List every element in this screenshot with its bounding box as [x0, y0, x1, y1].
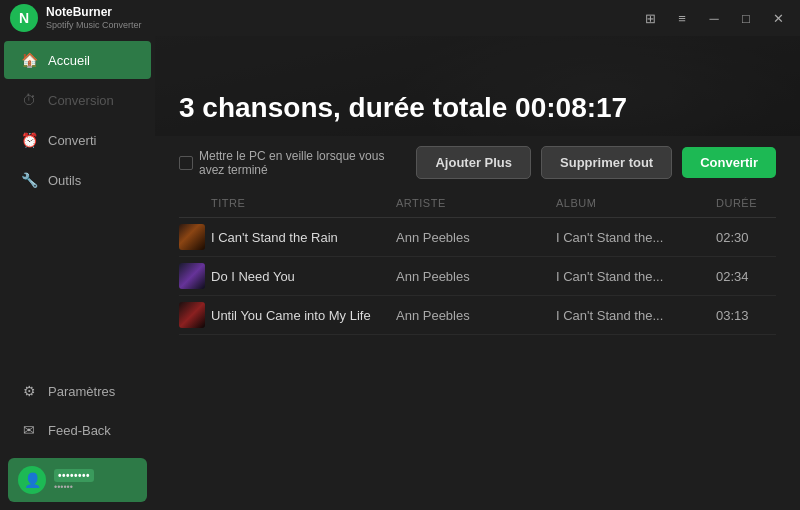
sidebar-label-accueil: Accueil [48, 53, 90, 68]
sidebar-item-accueil[interactable]: 🏠 Accueil [4, 41, 151, 79]
track-duration-2: 02:34 [716, 269, 776, 284]
sleep-label-text: Mettre le PC en veille lorsque vous avez… [199, 149, 406, 177]
track-title-3: Until You Came into My Life [211, 308, 396, 323]
titlebar-left: N NoteBurner Spotify Music Converter [10, 4, 142, 32]
app-logo: N [10, 4, 38, 32]
titlebar: N NoteBurner Spotify Music Converter ⊞ ≡… [0, 0, 800, 36]
history-icon: ⏰ [20, 131, 38, 149]
mail-icon: ✉ [20, 421, 38, 439]
toolbar: Mettre le PC en veille lorsque vous avez… [155, 136, 800, 189]
sidebar-item-converti[interactable]: ⏰ Converti [4, 121, 151, 159]
user-info: •••••••• •••••• [54, 469, 94, 492]
user-block[interactable]: 👤 •••••••• •••••• [8, 458, 147, 502]
track-album-3: I Can't Stand the... [556, 308, 716, 323]
col-header-artiste: ARTISTE [396, 197, 556, 209]
track-thumbnail-3 [179, 302, 205, 328]
content-area: 3 chansons, durée totale 00:08:17 Mettre… [155, 36, 800, 510]
user-sub: •••••• [54, 482, 94, 492]
titlebar-controls: ⊞ ≡ ─ □ ✕ [638, 6, 790, 30]
sidebar-item-conversion: ⏱ Conversion [4, 81, 151, 119]
minimize-button[interactable]: ─ [702, 6, 726, 30]
sidebar-label-feedback: Feed-Back [48, 423, 111, 438]
col-header-num [179, 197, 211, 209]
sidebar-label-conversion: Conversion [48, 93, 114, 108]
settings-icon: ⚙ [20, 382, 38, 400]
sidebar-item-parametres[interactable]: ⚙ Paramètres [4, 372, 151, 410]
header-section: 3 chansons, durée totale 00:08:17 [155, 36, 800, 136]
table-row[interactable]: I Can't Stand the Rain Ann Peebles I Can… [179, 218, 776, 257]
track-title-1: I Can't Stand the Rain [211, 230, 396, 245]
app-name: NoteBurner [46, 5, 142, 19]
sidebar-label-converti: Converti [48, 133, 96, 148]
content-inner: 3 chansons, durée totale 00:08:17 Mettre… [155, 36, 800, 510]
track-album-1: I Can't Stand the... [556, 230, 716, 245]
convert-button[interactable]: Convertir [682, 147, 776, 178]
table-header: TITRE ARTISTE ALBUM DURÉE [179, 189, 776, 218]
sidebar-item-feedback[interactable]: ✉ Feed-Back [4, 411, 151, 449]
add-more-button[interactable]: Ajouter Plus [416, 146, 531, 179]
sidebar-bottom: ⚙ Paramètres ✉ Feed-Back [0, 367, 155, 454]
delete-all-button[interactable]: Supprimer tout [541, 146, 672, 179]
sidebar: 🏠 Accueil ⏱ Conversion ⏰ Converti 🔧 Outi… [0, 36, 155, 510]
avatar: 👤 [18, 466, 46, 494]
track-thumb-cell-3 [179, 302, 211, 328]
track-artist-1: Ann Peebles [396, 230, 556, 245]
sidebar-label-parametres: Paramètres [48, 384, 115, 399]
track-duration-3: 03:13 [716, 308, 776, 323]
grid-button[interactable]: ⊞ [638, 6, 662, 30]
conversion-icon: ⏱ [20, 91, 38, 109]
tools-icon: 🔧 [20, 171, 38, 189]
track-artist-2: Ann Peebles [396, 269, 556, 284]
close-button[interactable]: ✕ [766, 6, 790, 30]
page-title: 3 chansons, durée totale 00:08:17 [179, 92, 627, 124]
table-row[interactable]: Until You Came into My Life Ann Peebles … [179, 296, 776, 335]
user-name: •••••••• [54, 469, 94, 482]
track-thumbnail-2 [179, 263, 205, 289]
table-row[interactable]: Do I Need You Ann Peebles I Can't Stand … [179, 257, 776, 296]
track-title-2: Do I Need You [211, 269, 396, 284]
track-thumb-cell-2 [179, 263, 211, 289]
app-title-block: NoteBurner Spotify Music Converter [46, 5, 142, 30]
track-duration-1: 02:30 [716, 230, 776, 245]
track-artist-3: Ann Peebles [396, 308, 556, 323]
track-thumbnail-1 [179, 224, 205, 250]
col-header-titre: TITRE [211, 197, 396, 209]
col-header-duree: DURÉE [716, 197, 776, 209]
track-table: TITRE ARTISTE ALBUM DURÉE I Can't Stand … [155, 189, 800, 510]
menu-button[interactable]: ≡ [670, 6, 694, 30]
sidebar-item-outils[interactable]: 🔧 Outils [4, 161, 151, 199]
col-header-album: ALBUM [556, 197, 716, 209]
sleep-checkbox[interactable] [179, 156, 193, 170]
sidebar-label-outils: Outils [48, 173, 81, 188]
maximize-button[interactable]: □ [734, 6, 758, 30]
app-subtitle: Spotify Music Converter [46, 20, 142, 31]
sleep-checkbox-label[interactable]: Mettre le PC en veille lorsque vous avez… [179, 149, 406, 177]
track-album-2: I Can't Stand the... [556, 269, 716, 284]
main-layout: 🏠 Accueil ⏱ Conversion ⏰ Converti 🔧 Outi… [0, 36, 800, 510]
track-thumb-cell-1 [179, 224, 211, 250]
home-icon: 🏠 [20, 51, 38, 69]
